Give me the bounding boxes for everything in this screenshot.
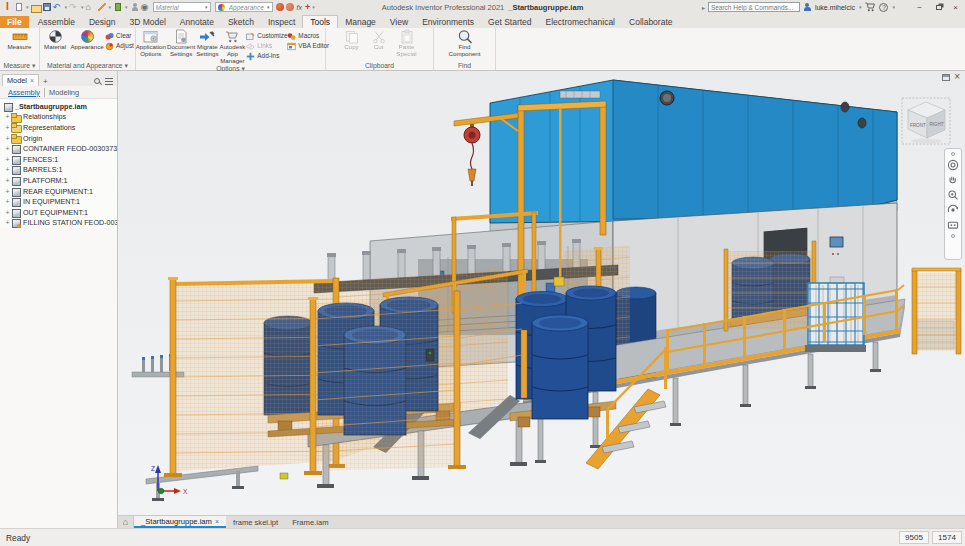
save-icon[interactable] (42, 2, 52, 12)
viewport-restore-icon[interactable] (942, 74, 950, 81)
view-cube[interactable]: FRONT RIGHT (902, 98, 950, 144)
material-combo[interactable]: Material▾ (153, 2, 211, 12)
search-icon[interactable] (93, 77, 102, 86)
menu-icon[interactable] (105, 78, 113, 85)
tree-item-filling-station-feod-00303879-1[interactable]: +FILLING STATION FEOD-00303879:1 (0, 218, 117, 229)
3d-viewport[interactable]: Z X FRONT RIGHT × (118, 71, 965, 515)
viewport-close-icon[interactable]: × (954, 73, 960, 81)
tree-item-out-equipment-1[interactable]: +OUT EQUIPMENT:1 (0, 207, 117, 218)
panel-label-material-appearance[interactable]: Material and Appearance (40, 61, 135, 70)
tree-item-container-feod-00303735-1[interactable]: +CONTAINER FEOD-00303735:1 (0, 143, 117, 154)
ribbon-tab-collaborate[interactable]: Collaborate (622, 16, 679, 28)
panel-label-measure[interactable]: Measure (0, 61, 39, 70)
pan-tool[interactable] (947, 174, 959, 186)
app-manager-button[interactable]: Autodesk App Manager (220, 29, 246, 64)
search-input[interactable] (708, 2, 800, 12)
ribbon-tab-electromechanical[interactable]: Electromechanical (539, 16, 622, 28)
chevron-down-icon[interactable]: ▾ (859, 4, 862, 10)
tree-item-in-equipment-1[interactable]: +IN EQUIPMENT:1 (0, 196, 117, 207)
expand-icon[interactable]: + (4, 113, 11, 120)
expand-icon[interactable]: + (4, 166, 11, 173)
new-document-icon[interactable] (14, 2, 24, 12)
browser-mode-modeling[interactable]: Modeling (44, 88, 83, 97)
redo-icon[interactable] (69, 2, 79, 12)
ribbon-tab-file[interactable]: File (0, 16, 29, 28)
tree-root[interactable]: _Startbaugruppe.iam (0, 101, 117, 112)
expand-icon[interactable]: + (4, 135, 11, 142)
add-icon[interactable]: + (305, 2, 310, 12)
help-icon[interactable]: ? (879, 3, 888, 12)
migrate-settings-button[interactable]: Migrate Settings (196, 29, 218, 58)
zoom-tool[interactable] (947, 189, 959, 201)
expand-arrow-icon[interactable]: ▸ (702, 4, 705, 11)
expand-icon[interactable]: + (4, 219, 11, 226)
expand-icon[interactable]: + (4, 177, 11, 184)
ribbon-tab-design[interactable]: Design (82, 16, 122, 28)
navbar-dot-icon[interactable] (951, 152, 955, 156)
chevron-down-icon[interactable]: ▾ (125, 4, 128, 10)
tree-item-platform-1[interactable]: +PLATFORM:1 (0, 175, 117, 186)
chevron-down-icon[interactable]: ▾ (267, 4, 270, 10)
find-component-button[interactable]: Find Component (445, 29, 485, 58)
material-button[interactable]: Material (41, 29, 69, 51)
document-settings-button[interactable]: Document Settings (167, 29, 195, 58)
user-name[interactable]: luke.mihelcic (815, 4, 855, 11)
tree-item-fences-1[interactable]: +FENCES:1 (0, 154, 117, 165)
close-button[interactable]: × (948, 1, 963, 14)
doc-tab-startbaugruppe-iam[interactable]: _Startbaugruppe.iam× (134, 516, 226, 528)
chevron-down-icon[interactable]: ▾ (26, 4, 29, 10)
doc-tab-frame-iam[interactable]: Frame.iam (285, 516, 335, 528)
adjust-button[interactable]: Adjust (105, 41, 134, 50)
minimize-button[interactable]: − (912, 1, 927, 14)
tree-item-rear-equipment-1[interactable]: +REAR EQUIPMENT:1 (0, 186, 117, 197)
doc-tab-frame-skel-ipt[interactable]: frame skel.ipt (226, 516, 285, 528)
chevron-down-icon[interactable]: ▾ (109, 4, 112, 10)
chevron-down-icon[interactable]: ▾ (312, 4, 315, 10)
measure-button[interactable]: Measure (4, 29, 36, 51)
ribbon-tab-environments[interactable]: Environments (415, 16, 481, 28)
add-browser-tab-button[interactable]: + (39, 77, 52, 86)
expand-icon[interactable]: + (4, 198, 11, 205)
orbit-tool[interactable] (947, 204, 959, 216)
material-box-icon[interactable] (113, 2, 123, 12)
vba-editor-button[interactable]: VBA Editor (287, 41, 325, 50)
parameters-fx-icon[interactable]: fx (297, 4, 302, 11)
ribbon-tab-3d-model[interactable]: 3D Model (122, 16, 172, 28)
ribbon-tab-view[interactable]: View (383, 16, 415, 28)
home-icon[interactable] (86, 2, 96, 12)
chevron-down-icon[interactable]: ▾ (205, 4, 208, 10)
chevron-down-icon[interactable]: ▾ (81, 4, 84, 10)
ribbon-tab-annotate[interactable]: Annotate (173, 16, 221, 28)
close-icon[interactable]: × (30, 77, 34, 84)
cart-icon[interactable] (865, 2, 876, 12)
expand-icon[interactable]: + (4, 209, 11, 216)
home-tab-icon[interactable]: ⌂ (118, 516, 134, 528)
ribbon-tab-assemble[interactable]: Assemble (31, 16, 82, 28)
navigation-wheel-tool[interactable] (947, 159, 959, 171)
appearance-button[interactable]: Appearance (70, 29, 104, 51)
appearance-combo[interactable]: Appearance▾ (215, 2, 273, 12)
chevron-down-icon[interactable]: ▾ (892, 4, 895, 10)
tree-item-representations[interactable]: +Representations (0, 122, 117, 133)
chevron-down-icon[interactable]: ▾ (65, 4, 68, 10)
expand-icon[interactable]: + (4, 156, 11, 163)
application-options-button[interactable]: Application Options (136, 29, 166, 58)
ribbon-tab-get-started[interactable]: Get Started (481, 16, 538, 28)
ribbon-tab-tools[interactable]: Tools (302, 15, 338, 28)
restore-button[interactable] (930, 1, 945, 14)
expand-icon[interactable]: + (4, 188, 11, 195)
navbar-dot-icon[interactable] (951, 234, 955, 238)
appearance-override-icon[interactable] (276, 3, 284, 11)
settings-icon[interactable] (141, 2, 151, 12)
ribbon-tab-manage[interactable]: Manage (338, 16, 383, 28)
inventor-logo-icon[interactable] (3, 2, 13, 12)
expand-icon[interactable]: + (4, 145, 11, 152)
sketch-icon[interactable] (97, 2, 107, 12)
undo-icon[interactable] (53, 2, 63, 12)
look-at-tool[interactable] (947, 219, 959, 231)
browser-mode-assembly[interactable]: Assembly (4, 88, 44, 97)
person-small-icon[interactable] (130, 2, 140, 12)
tree-item-origin[interactable]: +Origin (0, 133, 117, 144)
appearance-clear-icon[interactable] (286, 3, 294, 11)
open-folder-icon[interactable] (31, 2, 41, 12)
